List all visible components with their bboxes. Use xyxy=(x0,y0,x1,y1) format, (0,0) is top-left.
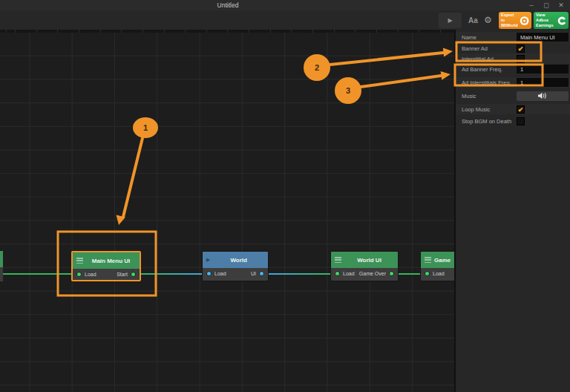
speaker-icon xyxy=(537,92,548,99)
port-label: UI xyxy=(251,271,256,276)
stop-bgm-checkbox[interactable] xyxy=(517,117,525,125)
name-input[interactable] xyxy=(517,33,569,42)
canvas-ruler xyxy=(0,30,456,33)
node-body: Load xyxy=(421,268,456,279)
port-label: Load xyxy=(343,271,355,276)
property-label: Banner Ad xyxy=(462,45,488,52)
property-row-music: Music xyxy=(456,90,570,102)
output-port-start[interactable]: Start xyxy=(117,271,137,278)
offscreen-node-sliver xyxy=(0,251,3,281)
node-title: World UI xyxy=(344,257,394,264)
title-bar: Untitled – ◻ ✕ xyxy=(0,0,570,10)
port-dot[interactable] xyxy=(258,270,265,277)
music-select-button[interactable] xyxy=(517,91,569,101)
port-label: Load xyxy=(85,272,96,277)
node-body: Load Game Over xyxy=(331,268,398,279)
input-port-load[interactable]: Load xyxy=(424,270,445,277)
node-header xyxy=(0,251,3,267)
port-label: Start xyxy=(117,272,128,277)
inspector-panel: Name Banner Ad ✔ Interstitial Ad Ad Bann… xyxy=(456,30,570,392)
8bworld-logo-icon xyxy=(520,16,529,26)
property-row-interstitial-ad: Interstitial Ad xyxy=(456,53,570,64)
gear-icon: ⚙ xyxy=(484,15,492,25)
node-header: World UI xyxy=(331,252,398,268)
property-label: Stop BGM on Death xyxy=(462,118,511,125)
node-header: Main Menu UI xyxy=(73,252,140,269)
check-icon: ✔ xyxy=(518,45,524,53)
node-header: ▶ World xyxy=(203,252,268,268)
play-button[interactable]: ▶ xyxy=(439,13,462,28)
node-header: Game xyxy=(421,252,456,268)
minimize-button[interactable]: – xyxy=(524,0,539,10)
font-button[interactable]: Aa xyxy=(466,13,480,28)
property-label: Ad Interstitials Freq. xyxy=(462,79,511,86)
ad-interstitials-freq-input[interactable] xyxy=(517,78,569,87)
port-dot[interactable] xyxy=(130,271,137,278)
adbox-logo-icon xyxy=(557,16,566,26)
property-row-banner-ad: Banner Ad ✔ xyxy=(456,43,570,53)
port-dot[interactable] xyxy=(424,270,430,277)
maximize-button[interactable]: ◻ xyxy=(539,0,554,10)
font-icon: Aa xyxy=(468,16,478,24)
property-row-stop-bgm: Stop BGM on Death xyxy=(456,116,570,126)
port-dot[interactable] xyxy=(388,270,395,277)
property-row-ad-interstitials-freq: Ad Interstitials Freq. xyxy=(456,77,570,88)
property-label: Ad Banner Freq. xyxy=(462,66,502,73)
node-game[interactable]: Game Load xyxy=(420,251,456,281)
export-button-label: Export to 8BWorld xyxy=(501,13,518,28)
input-port-load[interactable]: Load xyxy=(206,270,226,277)
property-label: Interstitial Ad xyxy=(462,56,494,62)
settings-button[interactable]: ⚙ xyxy=(482,13,494,28)
input-port-load[interactable]: Load xyxy=(334,270,355,277)
port-dot[interactable] xyxy=(76,271,82,278)
port-label: Game Over xyxy=(359,271,386,276)
close-button[interactable]: ✕ xyxy=(554,0,569,10)
window-title: Untitled xyxy=(0,0,456,10)
port-dot[interactable] xyxy=(206,270,212,277)
node-title: Main Menu UI xyxy=(86,258,136,264)
property-label: Music xyxy=(462,93,476,99)
node-body: Load UI xyxy=(203,268,268,279)
node-world-ui[interactable]: World UI Load Game Over xyxy=(330,251,399,281)
ad-banner-freq-input[interactable] xyxy=(517,65,569,74)
property-label: Loop Music xyxy=(462,106,490,113)
node-title: World xyxy=(213,257,264,264)
property-label: Name xyxy=(462,34,476,41)
ui-node-icon xyxy=(335,257,341,263)
node-body xyxy=(0,267,3,281)
node-body: Load Start xyxy=(73,269,140,280)
node-graph-canvas[interactable]: Main Menu UI Load Start ▶ World Load UI xyxy=(0,30,456,392)
export-to-8bworld-button[interactable]: Export to 8BWorld xyxy=(499,12,531,29)
toolbar: ▶ Aa ⚙ Export to 8BWorld View Adbox Earn… xyxy=(0,10,570,30)
world-node-icon: ▶ xyxy=(206,257,210,263)
property-row-loop-music: Loop Music ✔ xyxy=(456,104,570,114)
play-icon: ▶ xyxy=(448,17,452,24)
port-label: Load xyxy=(214,271,226,276)
wire-mainmenu-to-world xyxy=(137,273,206,275)
loop-music-checkbox[interactable]: ✔ xyxy=(517,105,525,114)
banner-ad-checkbox[interactable]: ✔ xyxy=(517,45,525,53)
node-title: Game xyxy=(434,257,456,264)
earnings-button-label: View Adbox Earnings xyxy=(536,13,556,28)
wire-world-to-worldui xyxy=(264,273,335,275)
ui-node-icon xyxy=(425,257,431,263)
property-row-name: Name xyxy=(456,32,570,42)
interstitial-ad-checkbox[interactable] xyxy=(517,55,525,63)
view-adbox-earnings-button[interactable]: View Adbox Earnings xyxy=(534,12,569,29)
check-icon: ✔ xyxy=(518,106,524,114)
ui-node-icon xyxy=(76,258,83,264)
output-port-game-over[interactable]: Game Over xyxy=(359,270,395,277)
output-port-ui[interactable]: UI xyxy=(251,270,265,277)
port-label: Load xyxy=(433,271,445,276)
property-row-ad-banner-freq: Ad Banner Freq. xyxy=(456,64,570,74)
node-main-menu-ui[interactable]: Main Menu UI Load Start xyxy=(71,251,141,281)
wire-left-to-mainmenu xyxy=(0,273,74,275)
port-dot[interactable] xyxy=(334,270,341,277)
input-port-load[interactable]: Load xyxy=(76,271,96,278)
node-world[interactable]: ▶ World Load UI xyxy=(202,251,269,281)
